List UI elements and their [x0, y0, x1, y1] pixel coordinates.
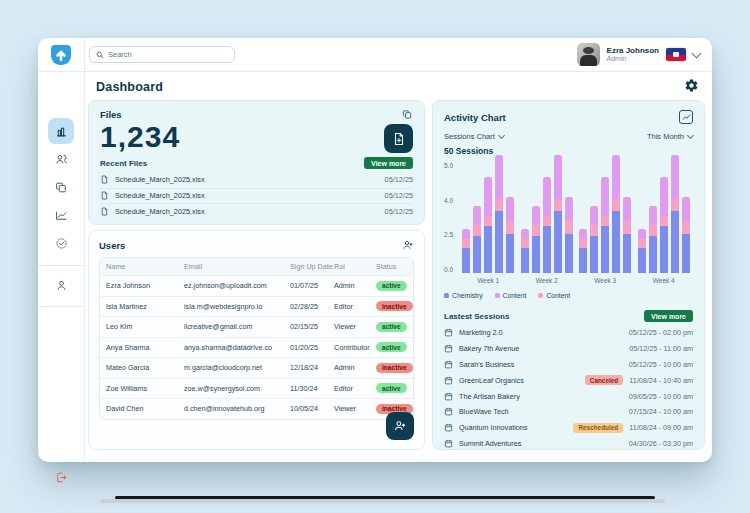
files-card-title: Files [100, 109, 122, 120]
period-selector[interactable]: This Month [647, 132, 693, 141]
sidebar-item-users[interactable] [48, 146, 74, 172]
table-row: Leo Kimlicreative@gmail.com02/15/25Viewe… [100, 316, 413, 337]
chart-bar [521, 229, 529, 273]
bar-segment [462, 239, 470, 248]
cell-date: 10/05/24 [290, 404, 334, 413]
app-logo-upload-icon[interactable] [51, 45, 71, 65]
file-name: Schedule_March_2025.xlsx [115, 207, 205, 216]
users-table-body: Ezra Johnsonez.johnson@uploadit.com01/07… [100, 275, 413, 419]
legend-swatch [538, 293, 543, 298]
logout-icon [55, 471, 68, 484]
search-box[interactable] [89, 46, 235, 63]
users-card-title: Users [99, 240, 125, 251]
calendar-icon [444, 344, 453, 353]
avatar [577, 43, 600, 66]
bar-segment [495, 155, 503, 199]
session-name: Quantum Innovations [459, 423, 527, 432]
table-row: Mateo Garciam.garcia@cloudcorp.net12/18/… [100, 357, 413, 378]
add-file-button[interactable] [384, 124, 413, 153]
files-card: Files 1,234 Recent Files View more Sched… [88, 100, 425, 225]
cell-name: Anya Sharma [106, 343, 184, 352]
copy-icon[interactable] [402, 109, 413, 120]
search-input[interactable] [108, 50, 228, 59]
user-plus-icon [393, 419, 407, 433]
bar-segment [532, 224, 540, 236]
chart-y-axis: 5.04.02.50.0 [444, 162, 459, 273]
chart-type-selector[interactable]: Sessions Chart [444, 132, 504, 141]
session-row: GreenLeaf OrganicsCanceled11/08/24 - 10:… [444, 372, 693, 388]
x-tick-label: Week 1 [459, 277, 518, 284]
sidebar-item-logout[interactable] [48, 464, 74, 490]
recent-files-list: Schedule_March_2025.xlsx05/12/25Schedule… [100, 172, 413, 219]
bar-segment [590, 206, 598, 223]
chart-bar [649, 206, 657, 273]
bar-segment [623, 221, 631, 233]
check-circle-icon [55, 237, 68, 250]
files-view-more-button[interactable]: View more [364, 157, 413, 169]
add-user-button[interactable] [386, 412, 414, 440]
bar-segment [660, 226, 668, 273]
sidebar-divider [38, 265, 84, 266]
table-row: Zoe Williamszoe.w@synergysol.com11/30/24… [100, 378, 413, 399]
column-header: Email [184, 262, 290, 271]
bar-segment [506, 197, 514, 221]
chart-bar [462, 229, 470, 273]
chart-legend: ChemistryContentContent [444, 292, 693, 299]
session-datetime: 05/12/25 - 10:00 am [629, 360, 693, 369]
cell-email: d.chen@innovatehub.org [184, 404, 290, 413]
bar-segment [554, 155, 562, 199]
page-title: Dashboard [96, 80, 163, 94]
session-row: Marketing 2.005/12/25 - 02:00 pm [444, 325, 693, 341]
session-row: Bakery 7th Avenue05/12/25 - 11:00 am [444, 341, 693, 357]
x-tick-label: Week 2 [518, 277, 577, 284]
bar-segment [623, 197, 631, 221]
cell-role: Viewer [334, 404, 376, 413]
table-row: Isla Martinezisla.m@webdesignpro.io02/28… [100, 296, 413, 317]
app-background: Ezra Johnson Admin [0, 0, 750, 513]
sidebar-item-dashboard[interactable] [48, 118, 74, 144]
bar-segment [521, 239, 529, 248]
cell-date: 01/07/25 [290, 281, 334, 290]
cell-status: active [376, 322, 414, 332]
sidebar-item-tasks[interactable] [48, 230, 74, 256]
chart-bar [671, 155, 679, 273]
bar-segment [601, 226, 609, 273]
search-icon [96, 51, 104, 59]
legend-item: Content [495, 292, 527, 299]
chart-bar-group: Week 3 [576, 162, 635, 284]
cell-status: active [376, 383, 414, 393]
legend-label: Content [546, 292, 570, 299]
session-name: GreenLeaf Organics [459, 376, 524, 385]
bar-segment [543, 216, 551, 226]
cell-date: 11/30/24 [290, 384, 334, 393]
users-table-header: NameEmailSign Up DateRolStatus [100, 258, 413, 275]
calendar-icon [444, 360, 453, 369]
legend-label: Chemistry [452, 292, 483, 299]
table-row: David Chend.chen@innovatehub.org10/05/24… [100, 398, 413, 419]
logo-cell [38, 38, 85, 71]
sidebar-item-profile[interactable] [48, 272, 74, 298]
recent-file-row: Schedule_March_2025.xlsx05/12/25 [100, 172, 413, 188]
bar-segment [612, 199, 620, 211]
bar-segment [473, 206, 481, 223]
bar-segment [565, 197, 573, 221]
user-menu[interactable]: Ezra Johnson Admin [577, 43, 712, 66]
settings-gear-icon[interactable] [684, 78, 699, 93]
cell-name: David Chen [106, 404, 184, 413]
session-name: Bakery 7th Avenue [459, 344, 519, 353]
sidebar-item-files[interactable] [48, 174, 74, 200]
bar-chart-icon [55, 125, 68, 138]
column-header: Name [106, 262, 184, 271]
x-tick-label: Week 3 [576, 277, 635, 284]
table-row: Ezra Johnsonez.johnson@uploadit.com01/07… [100, 275, 413, 296]
chart-bar [532, 206, 540, 273]
bar-segment [484, 216, 492, 226]
sidebar-item-analytics[interactable] [48, 202, 74, 228]
chart-bar [565, 197, 573, 273]
chart-bar [484, 177, 492, 273]
user-plus-icon[interactable] [402, 239, 414, 251]
chart-bar-group: Week 2 [518, 162, 577, 284]
sessions-view-more-button[interactable]: View more [644, 310, 693, 322]
line-chart-icon[interactable] [679, 110, 693, 124]
session-status-badge: Canceled [585, 375, 623, 385]
